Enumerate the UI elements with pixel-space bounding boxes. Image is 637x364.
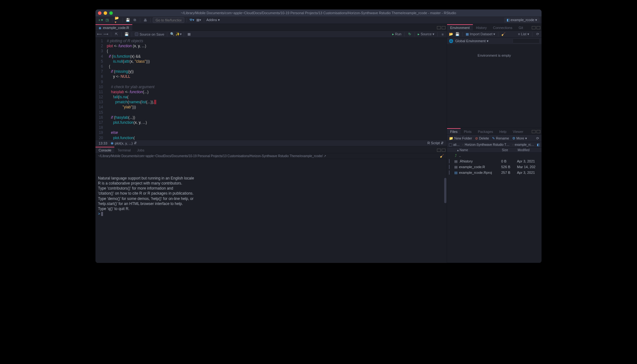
grid-icon[interactable]: ▦▾ <box>196 18 202 23</box>
source-on-save[interactable]: Source on Save <box>135 32 164 36</box>
code-editor[interactable]: 1234567891011121314151617181920212223242… <box>95 38 447 140</box>
outline-icon[interactable]: ≡ <box>440 32 445 37</box>
jobs-tab[interactable]: Jobs <box>134 147 147 153</box>
file-list: ⤴..▤.Rhistory0 BApr 3, 2021▤example_code… <box>447 153 542 263</box>
col-size[interactable]: Size <box>502 148 518 152</box>
source-tab-label: example_code.R <box>103 26 129 30</box>
editor-scope[interactable]: ◉plot(x, y, ...) ⇵ <box>111 141 137 145</box>
file-name[interactable]: .Rhistory <box>458 159 501 163</box>
file-modified: Mar 14, 202 <box>517 165 540 169</box>
connections-tab[interactable]: Connections <box>490 24 515 31</box>
save-all-icon[interactable]: ⧉ <box>132 18 138 23</box>
terminal-tab[interactable]: Terminal <box>114 147 134 153</box>
open-file-icon[interactable]: 📂▾ <box>115 18 120 23</box>
nav-forward-icon[interactable]: ⟶ <box>104 32 108 37</box>
editor-statusbar: 13:33 ◉plot(x, y, ...) ⇵ R Script ⇵ <box>95 140 447 146</box>
compile-icon[interactable]: ▦ <box>187 32 191 37</box>
cursor-position[interactable]: 13:33 <box>99 141 107 145</box>
git-tab[interactable]: Git <box>515 24 526 31</box>
rename-button[interactable]: ✎ Rename <box>492 136 509 140</box>
packages-tab[interactable]: Packages <box>475 128 496 134</box>
file-row[interactable]: ▤example_code.R526 BMar 14, 202 <box>447 164 542 170</box>
save-icon[interactable]: 💾 <box>124 32 129 37</box>
rfile-icon: ◉ <box>99 26 101 30</box>
refresh-icon[interactable]: ⟳ <box>535 32 540 37</box>
save-icon[interactable]: 💾 <box>125 18 131 23</box>
pane-minimize[interactable] <box>532 26 536 29</box>
popout-icon[interactable]: ↗ <box>324 154 326 158</box>
file-row[interactable]: ▤.Rhistory0 BApr 3, 2021 <box>447 158 542 164</box>
chevron-right-icon: › <box>512 143 513 146</box>
source-tabs: ◉ example_code.R <box>95 24 447 31</box>
import-dataset-menu[interactable]: ▦ Import Dataset ▾ <box>466 32 495 36</box>
refresh-icon[interactable]: ⟳ <box>535 136 540 140</box>
new-project-icon[interactable]: ◳ <box>104 18 110 23</box>
file-checkbox[interactable] <box>449 170 450 175</box>
rerun-icon[interactable]: ↻ <box>407 32 412 37</box>
console-tabs: Console Terminal Jobs <box>95 146 447 153</box>
clear-console-icon[interactable]: 🧹 <box>440 154 444 158</box>
plots-tab[interactable]: Plots <box>461 128 474 134</box>
viewer-tab[interactable]: Viewer <box>510 128 526 134</box>
console-output[interactable]: Natural language support but running in … <box>95 159 447 263</box>
help-tab[interactable]: Help <box>496 128 510 134</box>
pane-minimize[interactable] <box>437 26 441 29</box>
console-working-dir[interactable]: ~/Library/Mobile Documents/com~apple~Clo… <box>95 153 447 159</box>
col-modified[interactable]: Modified <box>518 148 540 152</box>
new-folder-button[interactable]: 📁 New Folder <box>449 136 472 140</box>
file-row[interactable]: ▤example_rcode.Rproj257 BApr 3, 2021 <box>447 170 542 175</box>
file-name[interactable]: example_rcode.Rproj <box>458 171 501 174</box>
env-scope-menu[interactable]: Global Environment ▾ <box>455 39 489 43</box>
pane-maximize[interactable] <box>537 130 540 133</box>
file-size: 526 B <box>501 165 517 169</box>
env-view-mode[interactable]: ≡ List ▾ <box>518 32 529 36</box>
file-icon: ▤ <box>453 159 458 163</box>
chevron-right-icon: › <box>462 143 463 146</box>
file-checkbox[interactable] <box>449 165 450 169</box>
more-menu[interactable]: ⚙ More ▾ <box>512 136 527 140</box>
select-all-checkbox[interactable] <box>449 143 452 146</box>
nav-back-icon[interactable]: ⟵ <box>97 32 102 37</box>
files-tab[interactable]: Files <box>447 128 461 134</box>
pane-minimize[interactable] <box>437 149 441 152</box>
save-workspace-icon[interactable]: 💾 <box>455 32 460 37</box>
col-name[interactable]: ▴ Name <box>457 148 502 152</box>
breadcrumb-seg[interactable]: example_rcode <box>515 143 535 146</box>
addins-menu[interactable]: Addins ▾ <box>206 18 220 22</box>
source-toolbar: ⟵ ⟶ ⇱ 💾 Source on Save 🔍 ✨▾ ▦ ▸Run <box>95 31 447 38</box>
file-name[interactable]: example_code.R <box>458 165 501 169</box>
load-workspace-icon[interactable]: 📂 <box>449 32 453 37</box>
print-icon[interactable]: 🖶 <box>142 18 148 23</box>
console-tab[interactable]: Console <box>95 147 114 153</box>
env-search-input[interactable] <box>513 38 540 43</box>
file-icon: ▤ <box>453 171 458 175</box>
breadcrumb-seg[interactable]: Horizon-Synthwave Rstudio Theme <box>465 143 511 146</box>
file-up[interactable]: .. <box>458 154 501 157</box>
files-tabs: Files Plots Packages Help Viewer <box>447 128 542 135</box>
wand-icon[interactable]: ✨▾ <box>176 32 181 37</box>
pane-maximize[interactable] <box>442 149 445 152</box>
goto-file-input[interactable] <box>153 17 184 23</box>
source-button[interactable]: ▸Source ▾ <box>418 32 434 36</box>
rproj-icon: ◧ <box>537 143 540 146</box>
clear-env-icon[interactable]: 🧹 <box>501 32 506 37</box>
breadcrumb-seg[interactable]: ations <box>453 143 461 146</box>
build-icon[interactable]: ⚒▾ <box>189 18 195 23</box>
new-file-icon[interactable]: ＋▾ <box>97 18 103 23</box>
editor-language[interactable]: R Script ⇵ <box>428 141 444 145</box>
popout-icon[interactable]: ⇱ <box>114 32 118 37</box>
scrollbar-thumb[interactable] <box>444 178 446 203</box>
pane-maximize[interactable] <box>537 26 540 29</box>
delete-button[interactable]: ⊘ Delete <box>475 136 489 140</box>
file-modified: Apr 3, 2021 <box>517 159 540 163</box>
pane-minimize[interactable] <box>532 130 536 133</box>
project-menu[interactable]: ◧ example_rcode ▾ <box>504 17 540 23</box>
environment-tab[interactable]: Environment <box>447 24 473 31</box>
history-tab[interactable]: History <box>473 24 490 31</box>
file-checkbox[interactable] <box>449 159 450 163</box>
source-tab[interactable]: ◉ example_code.R <box>95 24 132 31</box>
find-icon[interactable]: 🔍 <box>170 32 175 37</box>
titlebar: ~/Library/Mobile Documents/com~apple~Clo… <box>95 9 542 16</box>
run-button[interactable]: ▸Run <box>392 32 401 36</box>
pane-maximize[interactable] <box>442 26 445 29</box>
